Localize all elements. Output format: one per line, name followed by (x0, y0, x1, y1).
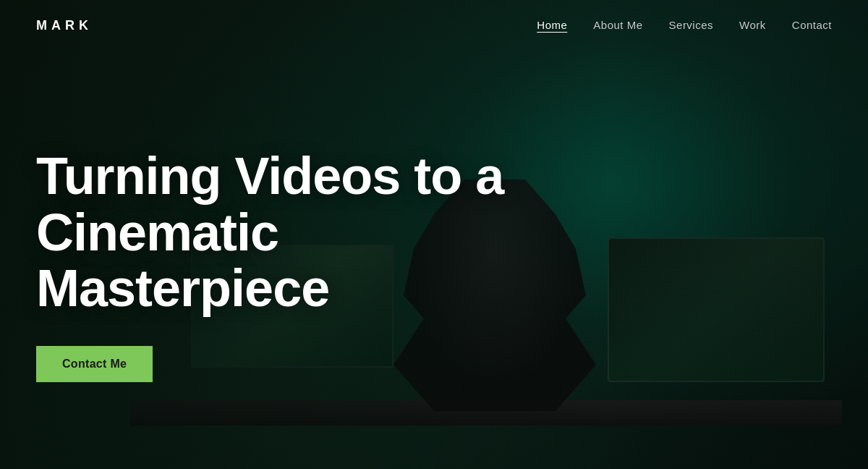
hero-title-line1: Turning Videos to a (36, 147, 503, 205)
hero-title: Turning Videos to a Cinematic Masterpiec… (36, 148, 542, 317)
hero-content: Turning Videos to a Cinematic Masterpiec… (36, 148, 542, 382)
nav-link-contact[interactable]: Contact (792, 19, 832, 31)
nav-item-work[interactable]: Work (739, 19, 766, 32)
nav-link-home[interactable]: Home (537, 19, 567, 31)
navbar: MARK Home About Me Services Work Contact (0, 0, 868, 51)
nav-item-about[interactable]: About Me (593, 19, 642, 32)
nav-link-work[interactable]: Work (739, 19, 766, 31)
logo: MARK (36, 18, 93, 33)
hero-title-line2: Cinematic Masterpiece (36, 203, 329, 318)
nav-link-about[interactable]: About Me (593, 19, 642, 31)
nav-item-services[interactable]: Services (669, 19, 714, 32)
nav-links: Home About Me Services Work Contact (537, 19, 832, 32)
nav-item-home[interactable]: Home (537, 19, 567, 32)
contact-me-button[interactable]: Contact Me (36, 346, 153, 382)
hero-section: MARK Home About Me Services Work Contact… (0, 0, 868, 469)
nav-item-contact[interactable]: Contact (792, 19, 832, 32)
nav-link-services[interactable]: Services (669, 19, 714, 31)
